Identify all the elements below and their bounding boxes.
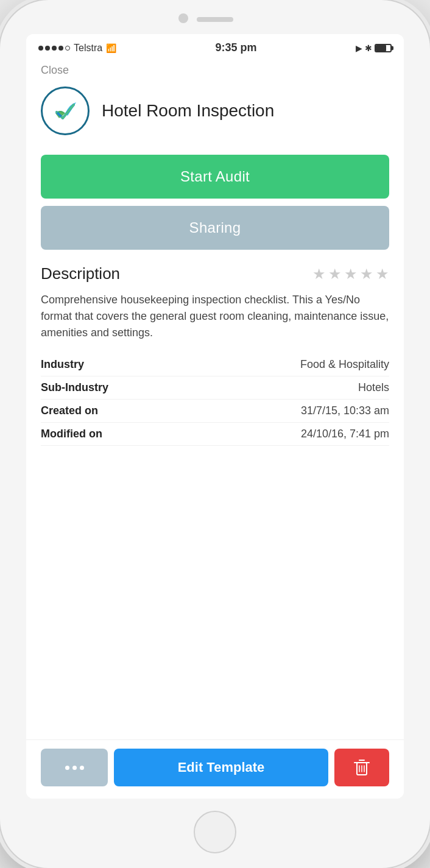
description-header: Description ★ ★ ★ ★ ★ (41, 264, 389, 283)
star-1: ★ (312, 266, 326, 283)
created-value: 31/7/15, 10:33 am (197, 400, 389, 423)
description-label: Description (41, 264, 120, 283)
checkmark-icon (51, 96, 80, 125)
start-audit-button[interactable]: Start Audit (41, 155, 389, 199)
bluetooth-icon: ✱ (365, 43, 372, 53)
modified-label: Modified on (41, 423, 197, 446)
signal-dot-1 (38, 46, 43, 51)
status-right: ▶ ✱ (356, 43, 392, 53)
sub-industry-label: Sub-Industry (41, 376, 197, 400)
sharing-button[interactable]: Sharing (41, 206, 389, 250)
battery-fill (376, 45, 386, 51)
svg-point-0 (52, 97, 79, 124)
star-rating[interactable]: ★ ★ ★ ★ ★ (312, 266, 389, 283)
inspection-title: Hotel Room Inspection (102, 101, 274, 121)
signal-dot-3 (52, 46, 57, 51)
edit-template-button[interactable]: Edit Template (114, 749, 328, 786)
star-2: ★ (328, 266, 342, 283)
status-left: Telstra 📶 (38, 43, 116, 54)
location-icon: ▶ (356, 43, 362, 53)
signal-dot-2 (45, 46, 50, 51)
industry-label: Industry (41, 353, 197, 376)
industry-value: Food & Hospitality (197, 353, 389, 376)
logo-circle (41, 86, 90, 135)
status-bar: Telstra 📶 9:35 pm ▶ ✱ (26, 34, 404, 59)
phone-screen: Telstra 📶 9:35 pm ▶ ✱ Close (26, 34, 404, 799)
signal-dot-5 (65, 46, 70, 51)
star-3: ★ (344, 266, 358, 283)
star-4: ★ (360, 266, 373, 283)
info-table: Industry Food & Hospitality Sub-Industry… (41, 353, 389, 446)
modified-value: 24/10/16, 7:41 pm (197, 423, 389, 446)
screen-content: Close Hotel Room Ins (26, 59, 404, 739)
star-5: ★ (376, 266, 389, 283)
signal-dot-4 (58, 46, 63, 51)
status-time: 9:35 pm (216, 41, 257, 54)
wifi-icon: 📶 (106, 43, 116, 53)
sub-industry-row: Sub-Industry Hotels (41, 376, 389, 400)
created-row: Created on 31/7/15, 10:33 am (41, 400, 389, 423)
description-text: Comprehensive housekeeping inspection ch… (41, 292, 389, 341)
dot-2 (72, 766, 77, 770)
carrier-name: Telstra (74, 43, 102, 54)
more-dots-icon (65, 766, 84, 770)
close-button[interactable]: Close (41, 59, 69, 86)
title-row: Hotel Room Inspection (41, 86, 389, 138)
more-button[interactable] (41, 749, 108, 786)
camera (178, 13, 188, 23)
battery (375, 44, 392, 52)
dot-3 (80, 766, 84, 770)
home-button[interactable] (194, 811, 236, 853)
bottom-action-bar: Edit Template (26, 739, 404, 799)
delete-button[interactable] (334, 749, 389, 786)
trash-icon (353, 758, 370, 777)
battery-body (375, 44, 392, 52)
signal-dots (38, 46, 70, 51)
speaker (197, 17, 233, 22)
sub-industry-value: Hotels (197, 376, 389, 400)
created-label: Created on (41, 400, 197, 423)
industry-row: Industry Food & Hospitality (41, 353, 389, 376)
phone-device: Telstra 📶 9:35 pm ▶ ✱ Close (0, 0, 430, 868)
dot-1 (65, 766, 69, 770)
modified-row: Modified on 24/10/16, 7:41 pm (41, 423, 389, 446)
